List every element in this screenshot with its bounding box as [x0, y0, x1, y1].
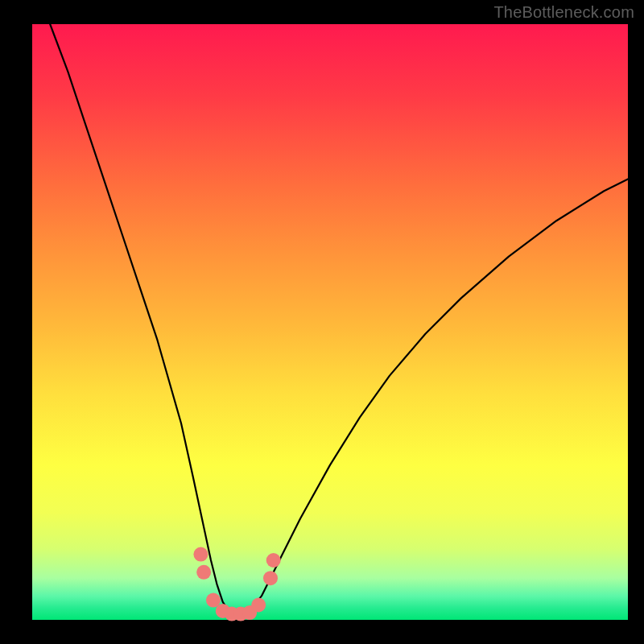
- highlight-dot: [193, 547, 208, 562]
- outer-frame: TheBottleneck.com: [0, 0, 644, 644]
- plot-area: [32, 24, 628, 620]
- watermark-text: TheBottleneck.com: [493, 3, 634, 22]
- highlight-dot: [263, 571, 278, 585]
- highlight-dots: [193, 547, 280, 621]
- highlight-dot: [196, 565, 211, 580]
- highlight-dot: [266, 553, 281, 568]
- chart-svg: [32, 24, 628, 620]
- bottleneck-curve: [50, 24, 628, 614]
- highlight-dot: [251, 598, 266, 613]
